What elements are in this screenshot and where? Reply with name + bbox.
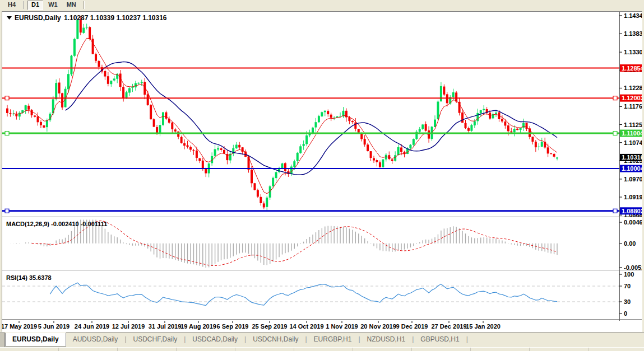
candle-body [272, 178, 274, 186]
line-handle[interactable] [5, 96, 9, 100]
candle-body [257, 190, 259, 197]
candle-body [370, 151, 372, 158]
candle-body [180, 137, 183, 143]
toolbar-separator [84, 1, 85, 9]
candle-body [351, 121, 354, 122]
candle-body [37, 116, 39, 122]
candle-body [446, 94, 448, 103]
chart-tab-eurgbp[interactable]: EURGBP,H1 [307, 333, 359, 345]
candle-body [452, 92, 455, 97]
candle-body [321, 112, 323, 116]
candle-body [34, 115, 36, 116]
candle-body [251, 170, 253, 183]
macd-tick-label: -0.00529 [624, 264, 642, 271]
price-tick-label: 1.09195 [624, 194, 642, 200]
line-handle[interactable] [613, 132, 617, 135]
chart-window: 1.143401.138301.133051.127951.122851.117… [2, 11, 642, 332]
timeframe-button-h4[interactable]: H4 [4, 1, 20, 10]
candle-body [217, 148, 219, 149]
candle-body [76, 20, 78, 39]
line-handle[interactable] [613, 209, 617, 213]
toolbar-separator [23, 1, 24, 9]
candle-body [535, 142, 537, 147]
date-label: 24 Jun 2019 [75, 323, 109, 330]
candle-body [480, 110, 482, 113]
candle-body [73, 39, 76, 56]
candle-body [409, 145, 411, 148]
candle-body [382, 160, 384, 167]
candle-body [550, 153, 552, 154]
candle-body [510, 132, 512, 133]
candle-body [293, 161, 295, 167]
candle-body [128, 88, 131, 92]
chart-tab-usdchf[interactable]: USDCHF,Daily [127, 333, 184, 345]
timeframe-button-mn[interactable]: MN [63, 1, 80, 10]
line-handle[interactable] [613, 96, 617, 100]
date-label: 9 Dec 2019 [396, 323, 428, 330]
chart-tab-nzdusd[interactable]: NZDUSD,H1 [360, 333, 413, 345]
candle-body [6, 109, 8, 113]
chart-tab-eurusd[interactable]: EURUSD,Daily [5, 333, 66, 347]
candle-body [113, 78, 115, 80]
candle-body [461, 113, 464, 123]
candle-body [437, 101, 439, 119]
candle-body [153, 119, 155, 127]
candle-body [531, 137, 534, 142]
chart-tab-audusd[interactable]: AUDUSD,Daily [66, 333, 125, 345]
candle-body [476, 113, 479, 121]
rsi-line [50, 283, 557, 306]
candle-body [299, 146, 302, 153]
line-handle[interactable] [5, 209, 9, 213]
date-label: 15 Jan 2020 [466, 323, 501, 330]
candle-body [553, 154, 555, 157]
pane-divider [2, 217, 642, 218]
candle-body [55, 83, 57, 99]
candle-body [513, 129, 516, 132]
timeframe-button-d1[interactable]: D1 [27, 1, 43, 10]
date-axis[interactable]: 17 May 20195 Jun 201924 Jun 201912 Jul 2… [2, 321, 501, 330]
candle-body [425, 124, 427, 131]
candle-body [470, 125, 472, 130]
candle-body [165, 113, 167, 119]
date-label: 25 Sep 2019 [252, 323, 288, 330]
candle-body [110, 81, 112, 84]
candle-body [379, 162, 381, 167]
candle-body [327, 111, 329, 114]
tabbar-left-edge [0, 333, 5, 347]
candle-body [421, 124, 424, 129]
timeframe-button-w1[interactable]: W1 [44, 1, 62, 10]
candle-body [538, 147, 540, 147]
line-handle[interactable] [5, 132, 9, 135]
chart-tab-usdcnh[interactable]: USDCNH,Daily [246, 333, 305, 345]
price-tick-label: 1.14340 [624, 12, 642, 19]
candle-body [223, 150, 225, 153]
candle-body [162, 113, 164, 125]
rsi-tick-label: 0 [624, 310, 627, 317]
chart-canvas[interactable]: 1.143401.138301.133051.127951.122851.117… [2, 12, 642, 331]
chart-tab-gbpusd[interactable]: GBPUSD,H1 [414, 333, 466, 345]
date-label: 27 Dec 2019 [432, 323, 467, 330]
macd-signal-line [32, 221, 557, 266]
candle-body [440, 86, 442, 101]
price-tick-label: 1.11760 [624, 103, 642, 110]
candle-body [260, 197, 262, 203]
price-badge-label: 1.12854 [622, 65, 642, 72]
pane-divider [2, 217, 642, 217]
chart-menu-arrow-icon[interactable] [7, 16, 12, 20]
date-label: 1 Nov 2019 [326, 323, 358, 330]
pane-divider [2, 319, 642, 320]
candle-body [556, 157, 558, 158]
candle-body [284, 163, 286, 171]
candle-body [98, 61, 100, 67]
candle-body [150, 105, 152, 119]
price-badge-label: 1.08802 [622, 208, 642, 214]
candle-body [70, 56, 72, 74]
candle-body [367, 144, 369, 151]
candle-body [220, 148, 223, 150]
price-axis: 1.143401.138301.133051.127951.122851.117… [619, 12, 642, 317]
candle-body [86, 27, 88, 27]
chart-tab-usdcad[interactable]: USDCAD,Daily [186, 333, 244, 345]
price-badge-label: 1.11004 [622, 130, 642, 137]
candle-body [303, 144, 305, 146]
price-tick-label: 1.13830 [624, 30, 642, 37]
